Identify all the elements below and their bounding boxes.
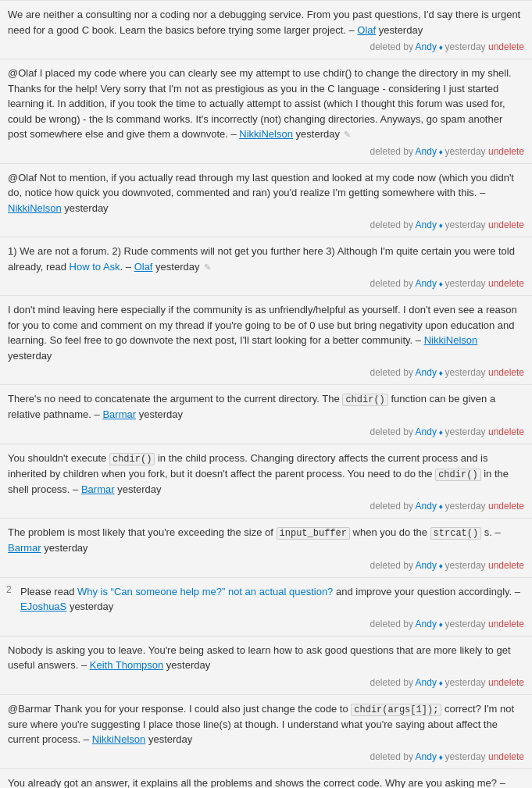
comment-text: @Olaf Not to mention, if you actually re… bbox=[8, 170, 524, 216]
deleted-line: deleted by Andy ♦ yesterday undelete bbox=[20, 617, 524, 633]
deleted-by-label: deleted by bbox=[370, 426, 416, 437]
deleted-line: deleted by Andy ♦ yesterday undelete bbox=[8, 218, 524, 234]
deleted-by-label: deleted by bbox=[370, 501, 416, 512]
deleted-by-user[interactable]: Andy bbox=[416, 751, 437, 762]
deleted-line: deleted by Andy ♦ yesterday undelete bbox=[8, 276, 524, 292]
comment-block-c6: There's no need to concatenate the argum… bbox=[0, 384, 532, 444]
deleted-by-label: deleted by bbox=[370, 219, 416, 230]
deleted-by-user[interactable]: Andy bbox=[416, 41, 437, 52]
inline-code: input_buffer bbox=[277, 527, 350, 540]
undelete-link[interactable]: undelete bbox=[488, 501, 524, 512]
edit-icon: ✎ bbox=[201, 262, 210, 272]
undelete-link[interactable]: undelete bbox=[488, 278, 524, 289]
undelete-link[interactable]: undelete bbox=[488, 677, 524, 688]
deleted-by-user[interactable]: Andy bbox=[416, 278, 437, 289]
deleted-line: deleted by Andy ♦ yesterday undelete bbox=[8, 40, 524, 55]
deleted-line: deleted by Andy ♦ yesterday undelete bbox=[8, 425, 524, 440]
undelete-link[interactable]: undelete bbox=[488, 41, 524, 52]
deleted-time: yesterday bbox=[445, 619, 488, 629]
moderator-diamond: ♦ bbox=[437, 620, 445, 629]
inline-code: strcat() bbox=[430, 527, 482, 540]
deleted-time: yesterday bbox=[445, 146, 488, 157]
comment-block-c1: We are neither a consulting nor a coding… bbox=[0, 0, 532, 59]
undelete-link[interactable]: undelete bbox=[488, 219, 524, 230]
deleted-time: yesterday bbox=[445, 677, 488, 688]
undelete-link[interactable]: undelete bbox=[488, 560, 524, 571]
comment-author[interactable]: Keith Thompson bbox=[90, 659, 163, 671]
comment-block-c7: You shouldn't execute chdir() in the chi… bbox=[0, 444, 532, 519]
inline-code: chdir() bbox=[435, 469, 480, 481]
moderator-diamond: ♦ bbox=[437, 369, 445, 377]
deleted-time: yesterday bbox=[445, 501, 488, 512]
deleted-time: yesterday bbox=[445, 751, 488, 762]
deleted-line: deleted by Andy ♦ yesterday undelete bbox=[8, 558, 524, 574]
comment-block-c5: I don't mind leaving here especially if … bbox=[0, 295, 532, 384]
undelete-link[interactable]: undelete bbox=[488, 619, 524, 629]
moderator-diamond: ♦ bbox=[437, 280, 445, 288]
comment-link[interactable]: Why is “Can someone help me?” not an act… bbox=[77, 586, 333, 597]
deleted-by-label: deleted by bbox=[370, 146, 416, 157]
comment-author[interactable]: NikkiNelson bbox=[239, 128, 293, 140]
deleted-by-user[interactable]: Andy bbox=[416, 146, 437, 157]
deleted-by-label: deleted by bbox=[370, 367, 416, 378]
comments-container: We are neither a consulting nor a coding… bbox=[0, 0, 532, 788]
deleted-by-user[interactable]: Andy bbox=[416, 219, 437, 230]
comment-author[interactable]: Barmar bbox=[8, 542, 41, 554]
moderator-diamond: ♦ bbox=[437, 679, 445, 687]
comment-link[interactable]: How to Ask bbox=[70, 261, 120, 273]
comment-block-c12: You already got an answer, it explains a… bbox=[0, 768, 532, 789]
moderator-diamond: ♦ bbox=[437, 562, 445, 570]
deleted-by-user[interactable]: Andy bbox=[416, 367, 437, 378]
comment-author[interactable]: Olaf bbox=[134, 261, 153, 273]
deleted-time: yesterday bbox=[445, 560, 488, 571]
comment-author[interactable]: EJoshuaS bbox=[20, 601, 66, 612]
deleted-time: yesterday bbox=[445, 278, 488, 289]
deleted-by-user[interactable]: Andy bbox=[416, 677, 437, 688]
deleted-line: deleted by Andy ♦ yesterday undelete bbox=[8, 365, 524, 381]
deleted-line: deleted by Andy ♦ yesterday undelete bbox=[8, 144, 524, 160]
comment-author[interactable]: NikkiNelson bbox=[424, 334, 478, 346]
deleted-by-label: deleted by bbox=[370, 751, 416, 762]
deleted-by-user[interactable]: Andy bbox=[416, 560, 437, 571]
comment-author[interactable]: Olaf bbox=[357, 24, 376, 36]
deleted-line: deleted by Andy ♦ yesterday undelete bbox=[8, 750, 524, 765]
deleted-time: yesterday bbox=[445, 426, 488, 437]
inline-code: chdir(args[1]); bbox=[351, 704, 441, 716]
deleted-by-user[interactable]: Andy bbox=[416, 501, 437, 512]
deleted-by-label: deleted by bbox=[370, 278, 416, 289]
moderator-diamond: ♦ bbox=[437, 43, 445, 52]
undelete-link[interactable]: undelete bbox=[488, 146, 524, 157]
deleted-by-label: deleted by bbox=[370, 677, 416, 688]
comment-block-c11: @Barmar Thank you for your response. I c… bbox=[0, 694, 532, 768]
undelete-link[interactable]: undelete bbox=[488, 367, 524, 378]
moderator-diamond: ♦ bbox=[437, 428, 445, 437]
deleted-by-label: deleted by bbox=[370, 560, 416, 571]
deleted-line: deleted by Andy ♦ yesterday undelete bbox=[8, 676, 524, 691]
moderator-diamond: ♦ bbox=[437, 148, 445, 156]
comment-text: Please read Why is “Can someone help me?… bbox=[20, 584, 524, 615]
comment-block-c10: Nobody is asking you to leave. You're be… bbox=[0, 636, 532, 694]
deleted-by-user[interactable]: Andy bbox=[416, 619, 437, 629]
comment-text: 1) We are not a forum. 2) Rude comments … bbox=[8, 244, 524, 274]
comment-author[interactable]: Barmar bbox=[102, 408, 136, 420]
inline-code: chdir() bbox=[109, 453, 155, 465]
undelete-link[interactable]: undelete bbox=[488, 426, 524, 437]
comment-author[interactable]: NikkiNelson bbox=[92, 733, 146, 745]
moderator-diamond: ♦ bbox=[437, 753, 445, 761]
inline-code: chdir() bbox=[342, 394, 387, 406]
deleted-time: yesterday bbox=[445, 219, 488, 230]
deleted-line: deleted by Andy ♦ yesterday undelete bbox=[8, 499, 524, 515]
comment-text: There's no need to concatenate the argum… bbox=[8, 391, 524, 423]
undelete-link[interactable]: undelete bbox=[488, 751, 524, 762]
comment-author[interactable]: NikkiNelson bbox=[8, 202, 62, 214]
deleted-by-user[interactable]: Andy bbox=[416, 426, 437, 437]
comment-author[interactable]: Barmar bbox=[81, 483, 115, 495]
moderator-diamond: ♦ bbox=[437, 221, 445, 230]
comment-text: @Olaf I placed my code where you can cle… bbox=[8, 66, 524, 142]
comment-block-c3: @Olaf Not to mention, if you actually re… bbox=[0, 163, 532, 237]
comment-text: You already got an answer, it explains a… bbox=[8, 776, 524, 789]
deleted-time: yesterday bbox=[445, 367, 488, 378]
comment-block-c8: The problem is most likely that you're e… bbox=[0, 518, 532, 577]
deleted-by-label: deleted by bbox=[370, 41, 416, 52]
edit-icon: ✎ bbox=[341, 130, 351, 139]
